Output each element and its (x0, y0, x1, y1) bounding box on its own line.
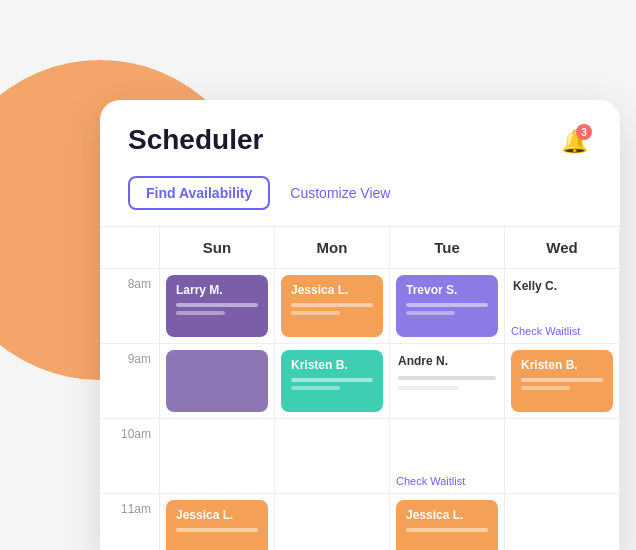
check-waitlist-tue-10[interactable]: Check Waitlist (396, 471, 498, 487)
calendar-body: 8am Larry M. Jessica L. Trevor S. (100, 269, 620, 550)
event-larry-m[interactable]: Larry M. (166, 275, 268, 337)
event-line-2 (406, 311, 455, 315)
header-time-label (100, 227, 160, 268)
event-trevor-s[interactable]: Trevor S. (396, 275, 498, 337)
calendar-header: Sun Mon Tue Wed (100, 227, 620, 269)
time-11am: 11am (100, 494, 160, 550)
event-name: Kristen B. (521, 358, 603, 372)
cell-10am-sun (160, 419, 275, 494)
cell-11am-mon (275, 494, 390, 550)
time-10am: 10am (100, 419, 160, 494)
event-line-1 (291, 378, 373, 382)
cell-8am-mon: Jessica L. (275, 269, 390, 344)
event-line-1 (291, 303, 373, 307)
calendar: Sun Mon Tue Wed 8am Larry M. Jessica L. (100, 226, 620, 550)
toolbar: Find Availability Customize View (100, 176, 620, 226)
page-title: Scheduler (128, 124, 263, 156)
event-name: Jessica L. (291, 283, 373, 297)
event-name: Jessica L. (176, 508, 258, 522)
event-line-2 (176, 311, 225, 315)
event-kristen-b-wed[interactable]: Kristen B. (511, 350, 613, 412)
check-waitlist-wed-8[interactable]: Check Waitlist (511, 321, 613, 337)
event-name: Larry M. (176, 283, 258, 297)
cell-9am-sun (160, 344, 275, 419)
find-availability-button[interactable]: Find Availability (128, 176, 270, 210)
cell-10am-mon (275, 419, 390, 494)
event-line-1 (406, 528, 488, 532)
andre-n-name: Andre N. (396, 350, 498, 372)
notification-badge: 3 (576, 124, 592, 140)
cell-9am-mon: Kristen B. (275, 344, 390, 419)
event-jessica-l-sun-11[interactable]: Jessica L. (166, 500, 268, 550)
event-line-2 (291, 311, 340, 315)
cell-9am-wed: Kristen B. (505, 344, 620, 419)
andre-line-2 (398, 386, 459, 390)
event-line-1 (176, 303, 258, 307)
header-mon: Mon (275, 227, 390, 268)
header-tue: Tue (390, 227, 505, 268)
card-header: Scheduler 🔔 3 (100, 100, 620, 176)
header-wed: Wed (505, 227, 620, 268)
cell-8am-wed: Kelly C. Check Waitlist (505, 269, 620, 344)
cell-11am-wed (505, 494, 620, 550)
event-jessica-l-mon-8[interactable]: Jessica L. (281, 275, 383, 337)
event-line-2 (291, 386, 340, 390)
header-sun: Sun (160, 227, 275, 268)
event-name: Jessica L. (406, 508, 488, 522)
cell-10am-tue: Check Waitlist (390, 419, 505, 494)
event-name: Trevor S. (406, 283, 488, 297)
cell-9am-tue: Andre N. (390, 344, 505, 419)
scheduler-card: Scheduler 🔔 3 Find Availability Customiz… (100, 100, 620, 550)
event-larry-cont (166, 350, 268, 412)
cell-8am-tue: Trevor S. (390, 269, 505, 344)
time-8am: 8am (100, 269, 160, 344)
cell-11am-tue: Jessica L. (390, 494, 505, 550)
event-kristen-b-mon[interactable]: Kristen B. (281, 350, 383, 412)
customize-view-link[interactable]: Customize View (290, 185, 390, 201)
cell-11am-sun: Jessica L. (160, 494, 275, 550)
event-name: Kristen B. (291, 358, 373, 372)
notification-button[interactable]: 🔔 3 (556, 124, 592, 160)
andre-line-1 (398, 376, 496, 380)
event-line-1 (406, 303, 488, 307)
kelly-c-name: Kelly C. (511, 275, 613, 297)
event-jessica-l-tue-11[interactable]: Jessica L. (396, 500, 498, 550)
event-line-1 (521, 378, 603, 382)
cell-10am-wed (505, 419, 620, 494)
time-9am: 9am (100, 344, 160, 419)
event-line-2 (521, 386, 570, 390)
event-line-1 (176, 528, 258, 532)
cell-8am-sun: Larry M. (160, 269, 275, 344)
